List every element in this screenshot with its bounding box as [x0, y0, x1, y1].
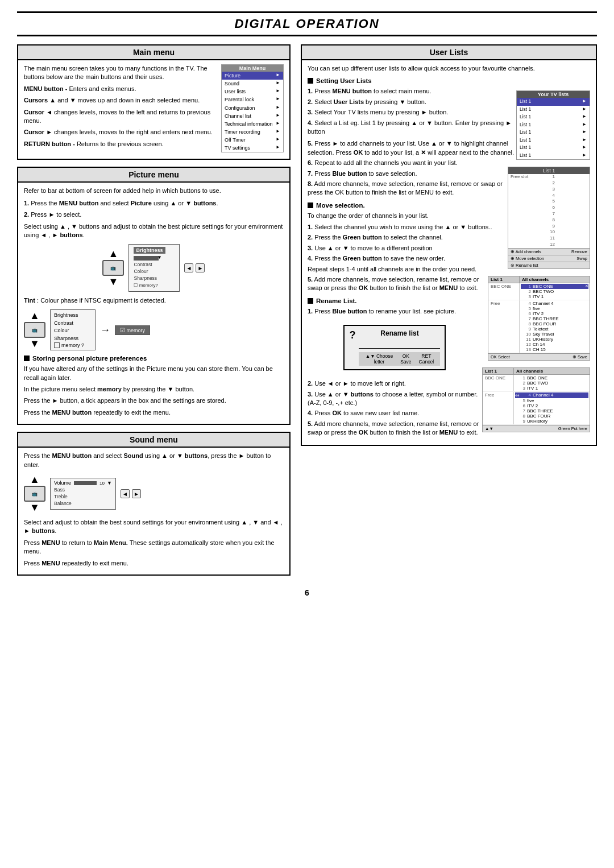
menu-item-userlists: User lists►: [222, 88, 283, 96]
allch-sub-10: 10Sky Travel: [521, 332, 588, 337]
rename-ok-save: OK Save: [397, 353, 414, 365]
msel-c1-free: Free: [483, 392, 514, 424]
picture-step2: 2. Press ► to select.: [24, 210, 284, 219]
allch-sub-4: 4Channel 4: [521, 301, 588, 306]
rename-input-line: [359, 341, 440, 349]
rename-choose-letter: ▲▼ Choose letter: [361, 353, 397, 365]
allch-sub-9: 9Teletext: [521, 326, 588, 332]
picture-step1: 1. Press the MENU button and select Pict…: [24, 199, 284, 208]
menu-item-configuration: Configuration►: [222, 104, 283, 112]
black-sq-icon-rename: [308, 298, 313, 304]
volume-label: Volume: [54, 480, 72, 486]
msel-c2-1: 1BBC ONE 2BBC TWO 3ITV 1: [514, 375, 590, 391]
list1-footer3: ⊙ Rename list: [508, 262, 590, 268]
storing-p4: Press the MENU button repeatedly to exit…: [24, 408, 284, 417]
black-square-icon: [24, 356, 30, 361]
msel-sub-3: 3ITV 1: [515, 386, 588, 391]
storing-p3: Press the ► button, a tick appears in th…: [24, 396, 284, 405]
memory-items: BrightnessContrastColourSharpness: [54, 312, 92, 342]
move-section-title: Move selection.: [308, 202, 508, 209]
right-arrow-mem: →: [100, 324, 110, 336]
rename-footer-btns: ▲▼ Choose letter OK Save RET Cancel: [359, 352, 440, 366]
diagram-sub-items: ContrastColourSharpness☐ memory?: [134, 262, 175, 289]
setting-ul-title: Setting User Lists: [308, 77, 590, 84]
sound-left-arrow: ◄: [121, 489, 130, 498]
black-sq-icon-move: [308, 202, 313, 208]
allch-screenshot: List 1 All channels BBC ONE 1BBC ONE✕ 2B…: [488, 276, 590, 361]
menu-screenshot-title: Main Menu: [222, 65, 283, 72]
msel-sub-5: 5five: [515, 398, 588, 403]
tv-list-item-6: List 1►: [517, 137, 590, 144]
picture-intro: Refer to bar at bottom of screen for add…: [24, 187, 284, 195]
allch-c2-1: 1BBC ONE✕ 2BBC TWO 3ITV 1: [520, 283, 590, 300]
main-menu-screenshot: Main Menu Picture► Sound► User lists► Pa…: [221, 64, 284, 152]
user-lists-section: User Lists You can set up different user…: [301, 44, 597, 446]
allch-sub-12: 12Ch 14: [521, 342, 588, 347]
tv-list-screenshot: Your TV lists List 1► List 1► List 1► Li…: [516, 90, 590, 160]
allch-sub-6: 6ITV 2: [521, 311, 588, 316]
tv-list-item-1: List 1►: [517, 98, 590, 105]
list1-footer: ⊕ Add channels Remove: [508, 248, 590, 255]
memory-checkbox-item: memory ?: [54, 342, 92, 348]
volume-row: Volume 10 ▼: [54, 480, 112, 486]
allch-footer-ok: OK Select: [491, 354, 510, 359]
list1-title: List 1: [508, 167, 590, 174]
menu-item-picture: Picture►: [222, 72, 283, 80]
msel-sub-1: 1BBC ONE: [515, 375, 588, 381]
msel-sub-2: 2BBC TWO: [515, 381, 588, 386]
msel-footer-arrows: ▲▼: [485, 426, 493, 431]
allch-sub-1: 1BBC ONE✕: [521, 284, 588, 289]
volume-marker: ▼: [107, 480, 112, 486]
brightness-box: Brightness ContrastColourSharpness☐ memo…: [128, 244, 180, 292]
menu-item-offtimer: Off Timer►: [222, 136, 283, 144]
main-menu-section: Main menu Main Menu Picture► Sound► User…: [17, 44, 291, 160]
brightness-diagram: ▲ 📺 ▼ Brightness ContrastColourSharpness…: [24, 244, 284, 292]
sound-menu-section: Sound menu Press the MENU button and sel…: [17, 432, 291, 576]
list1-numbers: 2 3 4 5 6 7 8 9 10 11 12: [545, 180, 565, 248]
rename-box-title: Rename list: [359, 329, 440, 337]
sound-sub-labels: BassTrebleBalance: [54, 487, 112, 507]
brightness-bar: [134, 256, 158, 261]
rename-q: ?: [349, 329, 355, 341]
allch-sub-8: 8BBC FOUR: [521, 321, 588, 326]
tv-list-item-7: List 1►: [517, 144, 590, 151]
list1-footer2: ⊕ Move selection Swap: [508, 255, 590, 262]
msel-footer-green: Green Put here: [558, 426, 587, 431]
allch-sub-11: 11UKHistory: [521, 337, 588, 342]
black-sq-icon-ul: [308, 78, 313, 84]
storing-section-title: Storing personal picture preferences: [24, 355, 284, 362]
sound-intro: Press the MENU button and select Sound u…: [24, 452, 284, 469]
msel-footer: ▲▼ Green Put here: [483, 425, 590, 432]
brightness-label: Brightness: [134, 247, 165, 254]
tv-list-title: Your TV lists: [517, 91, 590, 98]
menu-item-sound: Sound►: [222, 80, 283, 88]
menu-item-channellist: Channel list►: [222, 112, 283, 120]
msel-sub-4: ⇔ 4Channel 4: [515, 392, 588, 398]
rename-section-title: Rename List.: [308, 297, 488, 304]
allch-sub-7: 7BBC THREE: [521, 316, 588, 321]
msel-row-2: Free ⇔ 4Channel 4 5five 6ITV 2 7BBC THRE…: [483, 392, 590, 425]
main-menu-title: Main menu: [18, 46, 289, 60]
volume-bar: [74, 481, 97, 485]
memory-diagram: ▲ 📺 ▼ BrightnessContrastColourSharpness …: [24, 309, 284, 350]
msel-sub-8: 8BBC FOUR: [515, 414, 588, 419]
page-number: 6: [17, 588, 597, 597]
list1-screenshot: List 1 Free slot 1 2 3 4 5: [508, 167, 590, 269]
memory-checkbox: [54, 342, 60, 348]
allch-row-1: BBC ONE 1BBC ONE✕ 2BBC TWO 3ITV 1: [488, 283, 590, 300]
allch-footer-save: ⊕ Save: [572, 354, 587, 359]
tv-list-item-2: List 1►: [517, 106, 590, 113]
msel-row-1: BBC ONE 1BBC ONE 2BBC TWO 3ITV 1: [483, 375, 590, 392]
sound-adjust: Select and adjust to obtain the best sou…: [24, 518, 284, 536]
allch-h1: List 1: [488, 276, 520, 283]
right-arrow-btn: ►: [196, 263, 205, 272]
tv-list-item-4: List 1►: [517, 121, 590, 129]
allch-sub-5: 5five: [521, 306, 588, 311]
msel-h2: All channels: [514, 368, 590, 374]
tv-list-item-3: List 1►: [517, 113, 590, 121]
left-arrow-btn: ◄: [184, 263, 193, 272]
msel-screenshot: List 1 All channels BBC ONE 1BBC ONE 2BB…: [482, 367, 590, 432]
msel-c2-2: ⇔ 4Channel 4 5five 6ITV 2 7BBC THREE 8BB…: [514, 392, 590, 424]
user-lists-title: User Lists: [302, 46, 596, 60]
menu-item-tvsettings: TV settings►: [222, 144, 283, 152]
